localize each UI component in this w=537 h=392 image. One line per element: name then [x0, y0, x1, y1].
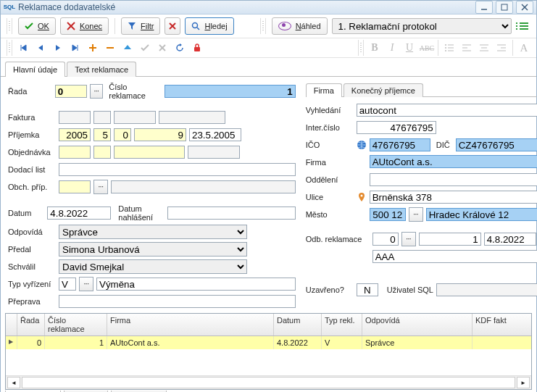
tab-firma[interactable]: Firma — [306, 83, 342, 97]
font-button[interactable]: A — [516, 41, 532, 55]
strike-button[interactable]: ABC — [419, 41, 435, 55]
globe-icon[interactable] — [357, 140, 367, 150]
underline-button[interactable]: U — [401, 41, 417, 55]
rada-picker[interactable]: ··· — [90, 84, 104, 99]
h-scrollbar[interactable]: ◄ ► — [6, 375, 531, 389]
prev-button[interactable] — [33, 41, 49, 55]
odb-b[interactable] — [419, 233, 481, 246]
add-button[interactable] — [85, 41, 101, 55]
right-column: Firma Konečný příjemce Vyhledání Inter.č… — [306, 83, 537, 309]
filtr-clear-button[interactable] — [165, 17, 180, 35]
vyhledani-input[interactable] — [357, 104, 537, 117]
mesto-input[interactable] — [426, 208, 537, 221]
firma-input[interactable] — [370, 155, 537, 168]
obj-c[interactable] — [114, 146, 185, 159]
first-button[interactable] — [15, 41, 31, 55]
col-odpovida[interactable]: Odpovídá — [362, 314, 473, 335]
label-dic: DIČ — [436, 141, 450, 149]
filtr-button[interactable]: Filtr — [121, 17, 160, 35]
confirm-button[interactable] — [137, 41, 153, 55]
odb-picker[interactable]: ··· — [401, 232, 416, 246]
col-firma[interactable]: Firma — [107, 314, 274, 335]
obch-a[interactable] — [59, 180, 91, 193]
ok-button[interactable]: OK — [18, 17, 56, 35]
inter-input[interactable] — [357, 121, 436, 134]
preprava-input[interactable] — [59, 295, 296, 308]
obch-picker[interactable]: ··· — [93, 180, 108, 194]
obj-b[interactable] — [93, 146, 111, 159]
prijemka-b[interactable] — [114, 128, 131, 141]
dic-input[interactable] — [456, 138, 537, 151]
nahlaseni-input[interactable] — [167, 207, 296, 220]
col-rada[interactable]: Řada — [17, 314, 45, 335]
prijemka-datum[interactable] — [189, 128, 241, 141]
obj-a[interactable] — [59, 146, 91, 159]
odb-a[interactable] — [372, 233, 399, 246]
list-toggle-button[interactable] — [516, 19, 532, 33]
align-right-button[interactable] — [494, 41, 509, 55]
next-button[interactable] — [50, 41, 66, 55]
cancel-button[interactable] — [154, 41, 170, 55]
col-cislo[interactable]: Číslo reklamace — [45, 314, 107, 335]
italic-button[interactable]: I — [384, 41, 400, 55]
ulice-input[interactable] — [370, 191, 537, 204]
typ-txt[interactable] — [96, 278, 296, 291]
psc-input[interactable] — [370, 208, 406, 221]
ico-input[interactable] — [370, 138, 430, 151]
dodaci-input[interactable] — [59, 163, 296, 176]
table-row[interactable]: ▶ 0 1 AUtoCont a.s. 4.8.2022 V Správce — [6, 336, 531, 349]
align-center-button[interactable] — [476, 41, 492, 55]
col-typ[interactable]: Typ rekl. — [322, 314, 362, 335]
datum-input[interactable] — [47, 207, 111, 220]
predal-select[interactable]: Simona Urbanová — [59, 242, 247, 257]
prijemka-a[interactable] — [93, 128, 111, 141]
tab-hlavni[interactable]: Hlavní údaje — [5, 62, 65, 77]
odpovida-select[interactable]: Správce — [59, 225, 247, 239]
lock-button[interactable] — [189, 41, 205, 55]
obj-d[interactable] — [188, 146, 240, 159]
prijemka-rok[interactable] — [59, 128, 91, 141]
minimize-button[interactable] — [475, 1, 493, 14]
col-datum[interactable]: Datum — [274, 314, 322, 335]
grip-icon — [7, 40, 12, 56]
scroll-right-icon[interactable]: ► — [517, 377, 530, 388]
up-button[interactable] — [120, 41, 136, 55]
scroll-track[interactable] — [22, 377, 515, 388]
odb-datum[interactable] — [484, 233, 536, 246]
psc-picker[interactable]: ··· — [409, 207, 423, 222]
faktura-d[interactable] — [159, 111, 225, 124]
maximize-button[interactable] — [496, 1, 513, 14]
pin-icon[interactable] — [357, 192, 367, 202]
col-marker[interactable] — [6, 314, 17, 335]
typ-picker[interactable]: ··· — [79, 277, 93, 291]
template-select[interactable]: 1. Reklamační protokol — [332, 18, 512, 34]
tab-konecny[interactable]: Konečný příjemce — [344, 83, 423, 97]
schvalil-select[interactable]: David Smejkal — [59, 259, 247, 274]
col-kdf[interactable]: KDF fakt — [473, 314, 516, 335]
cislo-input[interactable] — [165, 85, 296, 98]
nahled-button[interactable]: Náhled — [272, 17, 328, 35]
faktura-b[interactable] — [93, 111, 111, 124]
uzivatel-input[interactable] — [436, 283, 537, 296]
oddeleni-input[interactable] — [370, 173, 537, 186]
faktura-c[interactable] — [114, 111, 156, 124]
align-left-button[interactable] — [459, 41, 475, 55]
last-button[interactable] — [67, 41, 83, 55]
remove-button[interactable] — [102, 41, 118, 55]
rada-input[interactable] — [55, 85, 87, 98]
label-uzavreno: Uzavřeno? — [306, 285, 354, 294]
refresh-button[interactable] — [172, 41, 188, 55]
tab-text[interactable]: Text reklamace — [67, 62, 136, 77]
close-button[interactable] — [516, 1, 533, 14]
scroll-left-icon[interactable]: ◄ — [7, 377, 20, 388]
prijemka-c[interactable] — [134, 128, 186, 141]
uzavreno-input[interactable] — [357, 283, 378, 296]
hledej-button[interactable]: Hledej — [185, 17, 233, 35]
bold-button[interactable]: B — [367, 41, 383, 55]
obch-b[interactable] — [111, 180, 296, 193]
faktura-a[interactable] — [59, 111, 91, 124]
konec-button[interactable]: Konec — [60, 17, 109, 35]
list-ul-button[interactable] — [441, 41, 457, 55]
odb-c[interactable] — [372, 250, 537, 263]
typ-kod[interactable] — [59, 278, 76, 291]
